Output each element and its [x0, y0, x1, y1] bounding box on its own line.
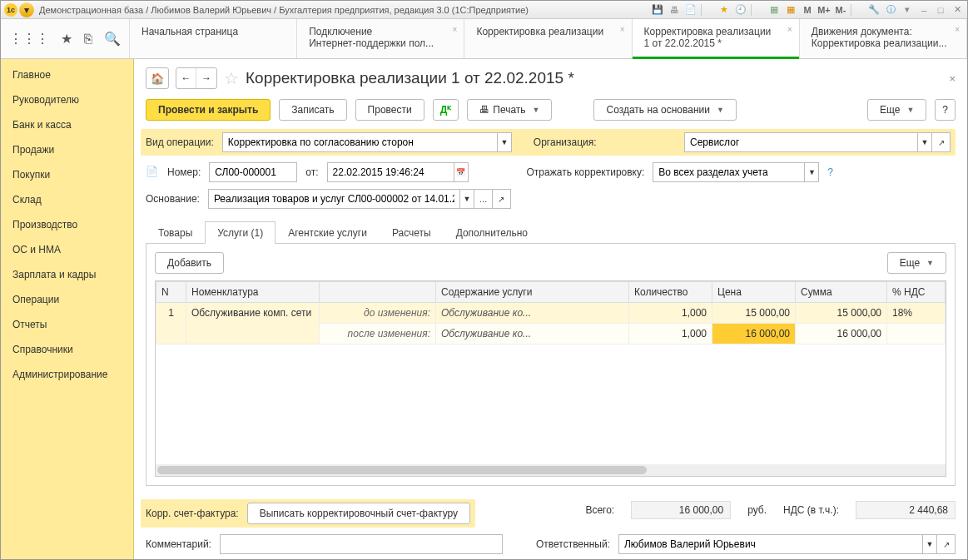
- services-grid[interactable]: N Номенклатура Содержание услуги Количес…: [155, 280, 946, 477]
- page-close-button[interactable]: ×: [949, 72, 956, 85]
- clipboard-icon[interactable]: ⎘: [84, 32, 92, 47]
- favorite-toggle[interactable]: ☆: [224, 68, 239, 88]
- tab-internet-support[interactable]: ПодключениеИнтернет-поддержки пол... ×: [297, 19, 464, 58]
- cell-qty-after: 1,000: [629, 324, 712, 344]
- reflect-input[interactable]: [653, 162, 804, 182]
- apps-icon[interactable]: ⋮⋮⋮: [9, 31, 49, 47]
- sidebar-item-assets[interactable]: ОС и НМА: [1, 237, 133, 262]
- col-sum[interactable]: Сумма: [796, 282, 887, 303]
- basis-open[interactable]: ↗: [493, 189, 511, 209]
- sidebar-item-operations[interactable]: Операции: [1, 287, 133, 312]
- sidebar-item-warehouse[interactable]: Склад: [1, 187, 133, 212]
- panel-more-button[interactable]: Еще▼: [887, 252, 946, 274]
- reflect-label: Отражать корректировку:: [527, 166, 645, 178]
- m-minus-icon[interactable]: M-: [834, 3, 847, 17]
- grid-row-before[interactable]: 1 Обслуживание комп. сети до изменения: …: [156, 303, 946, 324]
- date-input[interactable]: [327, 162, 454, 182]
- corr-invoice-button[interactable]: Выписать корректировочный счет-фактуру: [247, 503, 470, 524]
- tab-services[interactable]: Услуги (1): [205, 221, 276, 244]
- create-based-button[interactable]: Создать на основании▼: [593, 99, 736, 121]
- tab-calc[interactable]: Расчеты: [380, 221, 444, 244]
- home-button[interactable]: 🏠: [146, 67, 169, 89]
- basis-ellipsis[interactable]: …: [474, 189, 493, 209]
- sidebar-item-reports[interactable]: Отчеты: [1, 312, 133, 337]
- save-icon[interactable]: 💾: [651, 3, 664, 17]
- post-close-button[interactable]: Провести и закрыть: [146, 99, 271, 121]
- grid-scrollbar[interactable]: [156, 464, 946, 476]
- basis-input[interactable]: [208, 189, 459, 209]
- save-button[interactable]: Записать: [279, 99, 346, 121]
- favorite-icon[interactable]: ★: [717, 3, 731, 17]
- reflect-dropdown[interactable]: ▼: [804, 162, 819, 182]
- nav-back-icon[interactable]: ▾: [19, 2, 34, 17]
- print-icon[interactable]: 🖶: [668, 3, 681, 17]
- sidebar-item-catalogs[interactable]: Справочники: [1, 337, 133, 362]
- dropdown-icon[interactable]: ▾: [901, 3, 914, 17]
- col-content[interactable]: Содержание услуги: [436, 282, 629, 303]
- sidebar-item-main[interactable]: Главное: [1, 62, 133, 87]
- reflect-help[interactable]: ?: [827, 166, 833, 178]
- tab-agent[interactable]: Агентские услуги: [276, 221, 380, 244]
- nav-back-button[interactable]: ←: [176, 68, 196, 88]
- nav-fwd-button[interactable]: →: [196, 68, 216, 88]
- comment-input[interactable]: [220, 534, 503, 554]
- m-icon[interactable]: M: [801, 3, 814, 17]
- info-icon[interactable]: ⓘ: [884, 3, 897, 17]
- col-n[interactable]: N: [156, 282, 186, 303]
- dk-button[interactable]: Дᴷ: [433, 99, 459, 121]
- responsible-dropdown[interactable]: ▼: [922, 534, 937, 554]
- org-open-button[interactable]: ↗: [932, 132, 951, 152]
- op-type-label: Вид операции:: [146, 136, 214, 148]
- print-button[interactable]: 🖶 Печать▼: [467, 99, 552, 121]
- titlebar-toolbar: 💾 🖶 📄 ★ 🕘 ▦ ▦ M M+ M- 🔧 ⓘ ▾ – □ ✕: [651, 3, 964, 17]
- responsible-open[interactable]: ↗: [937, 534, 956, 554]
- settings-icon[interactable]: 🔧: [867, 3, 881, 17]
- sidebar-item-sales[interactable]: Продажи: [1, 137, 133, 162]
- top-tab-tools: ⋮⋮⋮ ★ ⎘ 🔍: [1, 19, 130, 58]
- basis-dropdown[interactable]: ▼: [459, 189, 474, 209]
- star-icon[interactable]: ★: [61, 31, 72, 47]
- org-dropdown[interactable]: ▼: [917, 132, 932, 152]
- sidebar-item-manager[interactable]: Руководителю: [1, 87, 133, 112]
- tab-correction-doc[interactable]: Корректировка реализации1 от 22.02.2015 …: [633, 19, 800, 58]
- sidebar-item-hr[interactable]: Зарплата и кадры: [1, 262, 133, 287]
- close-icon[interactable]: ✕: [951, 3, 964, 17]
- number-input[interactable]: [209, 162, 297, 182]
- calendar-icon[interactable]: ▦: [784, 3, 797, 17]
- col-qty[interactable]: Количество: [629, 282, 712, 303]
- tab-close-icon[interactable]: ×: [955, 24, 960, 36]
- cell-price-after[interactable]: 16 000,00: [712, 324, 796, 344]
- org-input[interactable]: [684, 132, 917, 152]
- sidebar-item-production[interactable]: Производство: [1, 212, 133, 237]
- more-button[interactable]: Еще▼: [867, 99, 926, 121]
- help-button[interactable]: ?: [935, 99, 956, 121]
- tab-doc-movements[interactable]: Движения документа:Корректировка реализа…: [800, 19, 967, 58]
- tab-close-icon[interactable]: ×: [620, 24, 625, 36]
- maximize-icon[interactable]: □: [934, 3, 947, 17]
- col-vat[interactable]: % НДС: [887, 282, 946, 303]
- tab-correction-list[interactable]: Корректировка реализации ×: [464, 19, 632, 58]
- cell-qty-before: 1,000: [629, 303, 712, 324]
- m-plus-icon[interactable]: M+: [817, 3, 831, 17]
- op-type-dropdown[interactable]: ▼: [497, 132, 512, 152]
- tab-extra[interactable]: Дополнительно: [444, 221, 540, 244]
- sidebar-item-admin[interactable]: Администрирование: [1, 362, 133, 387]
- tab-goods[interactable]: Товары: [146, 221, 205, 244]
- search-icon[interactable]: 🔍: [104, 31, 121, 47]
- sidebar-item-bank[interactable]: Банк и касса: [1, 112, 133, 137]
- op-type-input[interactable]: [222, 132, 497, 152]
- calc-icon[interactable]: ▦: [767, 3, 781, 17]
- tab-close-icon[interactable]: ×: [453, 24, 458, 36]
- history-icon[interactable]: 🕘: [734, 3, 747, 17]
- col-nom[interactable]: Номенклатура: [186, 282, 320, 303]
- col-price[interactable]: Цена: [712, 282, 796, 303]
- responsible-input[interactable]: [618, 534, 922, 554]
- doc-icon[interactable]: 📄: [684, 3, 697, 17]
- sidebar-item-purchases[interactable]: Покупки: [1, 162, 133, 187]
- post-button[interactable]: Провести: [355, 99, 424, 121]
- add-row-button[interactable]: Добавить: [155, 252, 224, 274]
- date-picker-button[interactable]: 📅: [454, 162, 469, 182]
- minimize-icon[interactable]: –: [917, 3, 931, 17]
- tab-close-icon[interactable]: ×: [787, 24, 792, 36]
- tab-start-page[interactable]: Начальная страница: [130, 19, 297, 58]
